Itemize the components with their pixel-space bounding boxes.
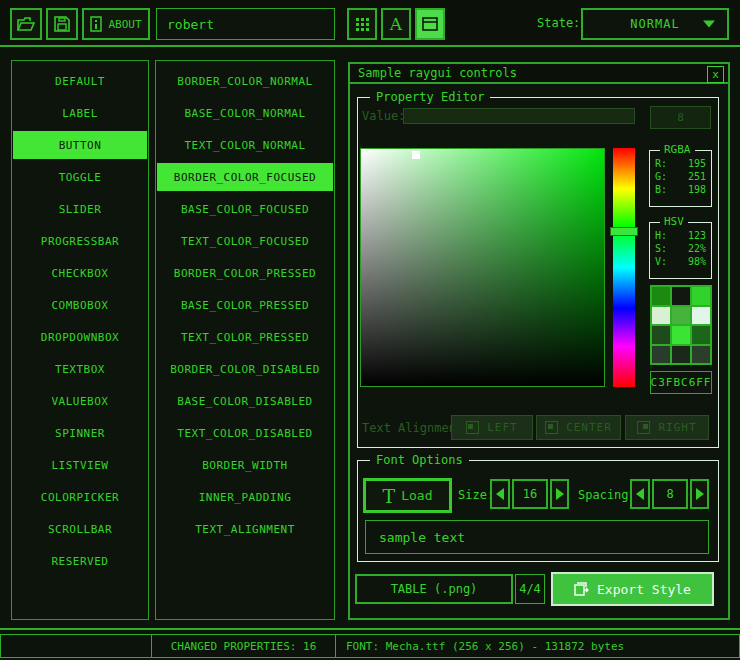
s-value: 22%: [688, 243, 706, 254]
controls-list-item[interactable]: PROGRESSBAR: [13, 227, 147, 255]
properties-list-item[interactable]: TEXT_COLOR_DISABLED: [157, 419, 333, 447]
spacing-value-box[interactable]: 8: [652, 479, 688, 509]
properties-list-item[interactable]: BORDER_COLOR_PRESSED: [157, 259, 333, 287]
controls-list-item[interactable]: RESERVED: [13, 547, 147, 575]
properties-list-item[interactable]: BORDER_COLOR_FOCUSED: [157, 163, 333, 191]
value-box[interactable]: 8: [650, 106, 711, 129]
properties-list-item[interactable]: BASE_COLOR_NORMAL: [157, 99, 333, 127]
color-swatch[interactable]: [652, 326, 670, 344]
v-value: 98%: [688, 256, 706, 267]
color-swatch[interactable]: [672, 287, 690, 305]
arrow-left-icon: [636, 488, 644, 500]
hex-value-box[interactable]: C3FBC6FF: [650, 371, 712, 394]
properties-list-item[interactable]: INNER_PADDING: [157, 483, 333, 511]
properties-listview: BORDER_COLOR_NORMALBASE_COLOR_NORMALTEXT…: [155, 60, 335, 620]
color-swatch[interactable]: [692, 346, 710, 364]
hex-value: C3FBC6FF: [651, 376, 712, 389]
font-view-button[interactable]: A: [381, 8, 411, 40]
style-table-view-button[interactable]: [347, 8, 377, 40]
controls-list-item[interactable]: VALUEBOX: [13, 387, 147, 415]
controls-list-item[interactable]: COLORPICKER: [13, 483, 147, 511]
style-name-input[interactable]: robert: [156, 8, 335, 40]
properties-list-item[interactable]: BORDER_COLOR_DISABLED: [157, 355, 333, 383]
align-right-button[interactable]: RIGHT: [625, 415, 709, 440]
properties-list-item[interactable]: TEXT_ALIGNMENT: [157, 515, 333, 543]
spacing-increase-button[interactable]: [690, 479, 709, 509]
color-cursor[interactable]: [412, 151, 420, 159]
size-value: 16: [523, 487, 537, 501]
properties-list-item[interactable]: TEXT_COLOR_PRESSED: [157, 323, 333, 351]
align-center-button[interactable]: CENTER: [536, 415, 621, 440]
save-icon: [54, 16, 70, 32]
color-swatch[interactable]: [692, 326, 710, 344]
controls-list-item[interactable]: TOGGLE: [13, 163, 147, 191]
align-left-label: LEFT: [487, 421, 518, 434]
g-label: G:: [655, 171, 667, 182]
controls-list-item[interactable]: BUTTON: [13, 131, 147, 159]
properties-list-item[interactable]: TEXT_COLOR_NORMAL: [157, 131, 333, 159]
window-icon: [422, 17, 438, 31]
properties-list-item[interactable]: BASE_COLOR_FOCUSED: [157, 195, 333, 223]
controls-list-item[interactable]: DROPDOWNBOX: [13, 323, 147, 351]
text-alignment-label: Text Alignment: [362, 421, 463, 435]
properties-list-item[interactable]: TEXT_COLOR_FOCUSED: [157, 227, 333, 255]
pages-value: 4/4: [519, 582, 541, 596]
value-box-value: 8: [677, 111, 684, 124]
b-label: B:: [655, 184, 667, 195]
arrow-left-icon: [496, 488, 504, 500]
export-style-label: Export Style: [597, 582, 691, 597]
style-color-palette: [650, 285, 712, 365]
color-swatch[interactable]: [652, 346, 670, 364]
color-swatch[interactable]: [652, 287, 670, 305]
properties-list-item[interactable]: BORDER_WIDTH: [157, 451, 333, 479]
color-swatch[interactable]: [672, 346, 690, 364]
statusbar-changed-properties: CHANGED PROPERTIES: 16: [151, 634, 336, 658]
info-icon: [90, 16, 102, 32]
color-swatch[interactable]: [692, 307, 710, 325]
state-dropdown[interactable]: NORMAL: [581, 8, 729, 40]
controls-view-button[interactable]: [415, 8, 445, 40]
export-format-dropdown[interactable]: TABLE (.png): [355, 574, 513, 604]
controls-list-item[interactable]: COMBOBOX: [13, 291, 147, 319]
controls-list-item[interactable]: CHECKBOX: [13, 259, 147, 287]
controls-list-item[interactable]: DEFAULT: [13, 67, 147, 95]
grid-icon: [356, 18, 369, 31]
export-style-button[interactable]: Export Style: [551, 572, 714, 606]
sample-text-input[interactable]: sample text: [365, 520, 709, 554]
controls-list-item[interactable]: TEXTBOX: [13, 355, 147, 383]
properties-list-item[interactable]: BASE_COLOR_DISABLED: [157, 387, 333, 415]
color-swatch[interactable]: [672, 326, 690, 344]
controls-list-item[interactable]: SLIDER: [13, 195, 147, 223]
size-label: Size:: [458, 488, 494, 502]
size-decrease-button[interactable]: [490, 479, 510, 509]
s-label: S:: [655, 243, 667, 254]
controls-list-item[interactable]: LABEL: [13, 99, 147, 127]
window-titlebar[interactable]: Sample raygui controls x: [350, 64, 728, 84]
spacing-decrease-button[interactable]: [630, 479, 650, 509]
controls-list-item[interactable]: LISTVIEW: [13, 451, 147, 479]
size-increase-button[interactable]: [550, 479, 569, 509]
color-swatch[interactable]: [652, 307, 670, 325]
color-swatch[interactable]: [692, 287, 710, 305]
pages-value-box[interactable]: 4/4: [515, 574, 545, 604]
value-slider[interactable]: [403, 108, 635, 124]
open-file-button[interactable]: [10, 8, 42, 40]
color-swatch[interactable]: [672, 307, 690, 325]
save-file-button[interactable]: [46, 8, 78, 40]
hue-bar[interactable]: [613, 148, 635, 387]
folder-open-icon: [17, 17, 35, 31]
properties-list-item[interactable]: BASE_COLOR_PRESSED: [157, 291, 333, 319]
align-left-button[interactable]: LEFT: [451, 415, 533, 440]
chevron-down-icon: [703, 21, 715, 28]
properties-list-item[interactable]: BORDER_COLOR_NORMAL: [157, 67, 333, 95]
controls-list-item[interactable]: SCROLLBAR: [13, 515, 147, 543]
statusbar-left: [0, 634, 152, 658]
controls-list-item[interactable]: SPINNER: [13, 419, 147, 447]
load-font-button[interactable]: T Load: [363, 478, 452, 513]
about-button[interactable]: ABOUT: [82, 8, 150, 40]
size-value-box[interactable]: 16: [512, 479, 548, 509]
align-left-icon: [466, 421, 479, 434]
hue-selector[interactable]: [610, 227, 638, 236]
color-panel[interactable]: [360, 148, 605, 387]
close-button[interactable]: x: [707, 66, 724, 83]
